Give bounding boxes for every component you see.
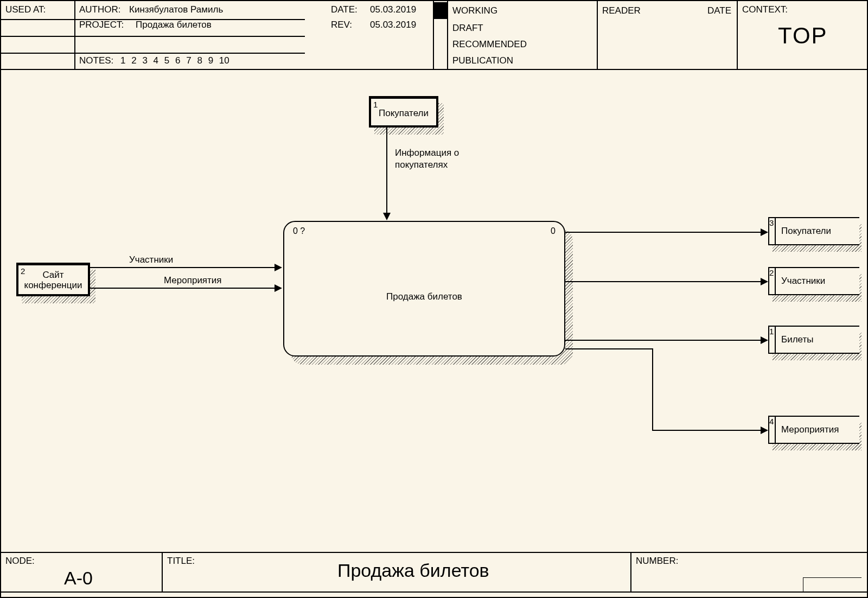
- note-9: 9: [208, 55, 213, 66]
- control-arrow-label-2: покупателях: [395, 160, 448, 170]
- control-arrow-label-1: Информация о: [395, 148, 459, 158]
- note-10: 10: [219, 55, 229, 66]
- process-label: Продажа билетов: [386, 291, 462, 302]
- refbox-buyers: 3 Покупатели: [768, 217, 859, 245]
- note-5: 5: [164, 55, 169, 66]
- idef0-frame: USED AT: AUTHOR: Кинзябулатов Рамиль PRO…: [0, 0, 868, 598]
- arrow-out-events-h1: [565, 348, 652, 349]
- arrow-out-participants-head: [761, 278, 768, 285]
- notes-numbers: 1 2 3 4 5 6 7 8 9 10: [120, 55, 233, 66]
- project-value: Продажа билетов: [136, 20, 212, 30]
- notes-label: NOTES:: [79, 55, 113, 66]
- status-recommended: RECOMMENDED: [452, 39, 527, 50]
- process-box: 0 ? 0 Продажа билетов: [283, 221, 565, 357]
- note-6: 6: [175, 55, 180, 66]
- note-7: 7: [186, 55, 191, 66]
- node-value: A-0: [64, 568, 93, 589]
- site-label-1: Сайт: [42, 270, 63, 280]
- status-working: WORKING: [452, 5, 497, 16]
- refbox-participants-num: 2: [769, 268, 774, 277]
- arrow-out-buyers-head: [761, 228, 768, 236]
- title-label: TITLE:: [167, 556, 195, 567]
- used-at-label: USED AT:: [5, 4, 46, 15]
- site-label-2: конференции: [24, 281, 82, 291]
- process-corner-right: 0: [551, 226, 556, 236]
- refbox-participants-label: Участники: [781, 276, 825, 287]
- date-value: 05.03.2019: [370, 4, 416, 15]
- participants-arrow-line: [90, 267, 276, 268]
- events-arrow-head: [275, 284, 282, 292]
- note-1: 1: [120, 55, 125, 66]
- refbox-tickets: 1 Билеты: [768, 326, 859, 354]
- arrow-out-buyers: [565, 232, 762, 233]
- arrow-out-tickets: [565, 340, 762, 341]
- process-corner-left: 0 ?: [293, 226, 305, 236]
- context-value: TOP: [778, 23, 828, 49]
- rev-value: 05.03.2019: [370, 20, 416, 30]
- author-value: Кинзябулатов Рамиль: [129, 4, 223, 15]
- refbox-participants: 2 Участники: [768, 267, 859, 295]
- footer-minibox: [803, 577, 861, 591]
- context-label: CONTEXT:: [742, 4, 788, 15]
- arrow-out-participants: [565, 281, 762, 282]
- note-3: 3: [142, 55, 147, 66]
- arrow-out-tickets-head: [761, 336, 768, 344]
- site-box: 2 Сайт конференции: [16, 263, 90, 296]
- buyers-num: 1: [373, 100, 378, 109]
- refbox-tickets-label: Билеты: [781, 334, 813, 345]
- status-marker: [434, 2, 447, 19]
- events-arrow-line: [90, 288, 276, 289]
- reader-label: READER: [602, 5, 641, 16]
- events-arrow-label: Мероприятия: [164, 275, 222, 286]
- note-8: 8: [197, 55, 202, 66]
- note-4: 4: [154, 55, 158, 66]
- status-draft: DRAFT: [452, 23, 483, 34]
- buyers-label: Покупатели: [379, 108, 429, 119]
- arrow-out-events-h2: [652, 430, 762, 431]
- refbox-events-num: 4: [769, 417, 774, 426]
- rev-label: REV:: [331, 20, 352, 30]
- refbox-tickets-num: 1: [769, 327, 774, 336]
- control-arrow-head: [383, 213, 391, 220]
- number-label: NUMBER:: [636, 556, 678, 567]
- refbox-events-label: Мероприятия: [781, 424, 839, 435]
- reader-date-label: DATE: [707, 5, 731, 16]
- buyers-box: 1 Покупатели: [369, 96, 438, 128]
- author-label: AUTHOR:: [79, 4, 121, 15]
- refbox-events: 4 Мероприятия: [768, 416, 859, 444]
- node-label: NODE:: [5, 556, 35, 567]
- participants-arrow-head: [275, 264, 282, 271]
- note-2: 2: [131, 55, 136, 66]
- status-publication: PUBLICATION: [452, 55, 513, 66]
- title-value: Продажа билетов: [337, 560, 489, 581]
- project-label: PROJECT:: [79, 20, 124, 30]
- refbox-buyers-label: Покупатели: [781, 226, 831, 237]
- refbox-buyers-num: 3: [769, 218, 774, 227]
- date-label: DATE:: [331, 4, 358, 15]
- control-arrow-line: [386, 128, 387, 214]
- arrow-out-events-v: [652, 348, 653, 430]
- arrow-out-events-head: [761, 427, 768, 434]
- participants-arrow-label: Участники: [129, 255, 173, 265]
